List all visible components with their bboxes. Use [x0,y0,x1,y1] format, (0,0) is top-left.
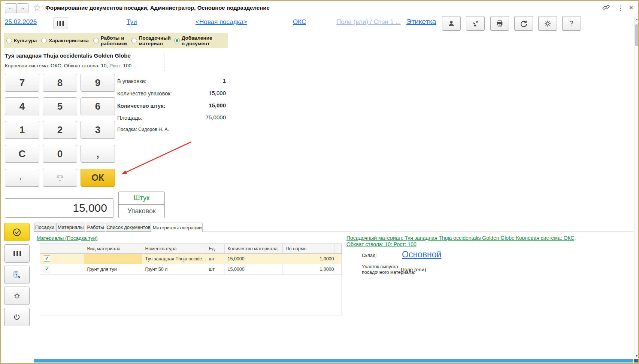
scan-barcode-button[interactable] [4,244,30,263]
key-scale[interactable] [43,169,77,187]
steps-band: Культура Характеристика Работы и работни… [4,33,228,48]
key-1[interactable]: 1 [5,121,39,139]
table-row[interactable]: ✓ Грунт для туи Грунт 50 л шт 15,0000 1,… [40,264,342,275]
gear-icon [13,291,21,300]
table-header-row: Вид материала Номенклатура Ед. Количеств… [40,244,342,254]
scroll-up-icon[interactable]: ▲ [635,18,638,21]
tab-strip-border [34,232,633,232]
key-2[interactable]: 2 [43,121,77,139]
help-icon: ? [570,20,573,27]
help-button[interactable]: ? [562,16,581,31]
close-icon[interactable]: × [629,3,633,12]
unit-packs-button[interactable]: Упаковок [118,204,165,218]
radio-icon [6,38,12,43]
radio-icon [93,38,99,43]
key-0[interactable]: 0 [43,145,77,163]
user-button[interactable] [442,16,461,31]
nav-back-button[interactable]: ← [5,3,17,13]
key-8[interactable]: 8 [43,74,77,92]
key-9[interactable]: 9 [81,74,115,92]
pieces-count-value: 15,000 [162,102,226,108]
tab-materials[interactable]: Материалы [56,223,85,232]
col-quantity[interactable]: Количество материала [224,244,282,254]
refresh-button[interactable] [514,16,533,31]
key-6[interactable]: 6 [81,97,115,115]
planting-worker-note: Посадка: Сидоров Н. А. [117,127,169,132]
planting-material-link[interactable]: Посадочный материал: Туя западная Thuja … [346,235,588,248]
new-planting-link[interactable]: <Новая посадка> [196,18,247,26]
back-icon: ← [8,4,14,11]
product-characteristics: Корневая система: ОКС; Обхват ствола: 10… [5,63,131,68]
ok-button[interactable]: ОК [81,169,115,187]
warehouse-label: Склад: [362,253,377,258]
root-system-link[interactable]: ОКС [293,18,306,26]
culture-link[interactable]: Туи [127,18,137,26]
key-clear[interactable]: C [5,145,39,163]
scroll-down-icon[interactable]: ▼ [635,354,638,358]
print-button[interactable] [490,16,509,31]
radio-icon [41,38,47,43]
step-culture[interactable]: Культура [6,38,37,43]
label-link[interactable]: Этикетка [406,18,436,26]
vertical-scrollbar-thumb[interactable] [635,24,638,46]
step-characteristic[interactable]: Характеристика [41,38,88,43]
row-checkbox[interactable]: ✓ [44,266,50,272]
col-nomenclature[interactable]: Номенклатура [142,244,206,254]
divider [164,53,164,71]
user-icon [448,20,455,27]
barcode-icon [13,251,21,256]
vertical-scrollbar[interactable] [634,16,639,359]
area-value: 75,0000 [162,114,226,120]
key-5[interactable]: 5 [43,97,77,115]
key-3[interactable]: 3 [81,121,115,139]
more-menu-icon[interactable]: ⋮ [617,4,624,12]
date-link[interactable]: 25.02.2026 [5,18,37,26]
backspace-icon: ← [18,173,26,183]
horizontal-scrollbar[interactable] [34,359,633,363]
materials-section-link[interactable]: Материалы (Посадка туи) [37,235,97,241]
step-material[interactable]: Посадочный материал [131,35,172,46]
terminal-button[interactable] [4,266,30,284]
key-4[interactable]: 4 [5,97,39,115]
settings-button[interactable] [538,16,557,31]
step-add-to-document[interactable]: Добавление в документ [174,35,216,46]
unit-pieces-button[interactable]: Штук [118,192,165,205]
tab-document-list[interactable]: Список документов [106,223,151,232]
confirm-button[interactable] [4,223,30,241]
scrollbar-corner [634,359,639,363]
barcode-button[interactable] [54,18,68,29]
red-arrow-annotation [113,136,196,179]
check-circle-icon [12,227,22,237]
key-backspace[interactable]: ← [5,169,39,187]
forward-icon: → [20,4,25,11]
pieces-count-label: Количество штук: [117,103,165,109]
get-link-icon[interactable] [602,3,610,13]
nav-forward-button[interactable]: → [16,3,28,13]
step-works[interactable]: Работы и работники [93,35,129,46]
barcode-icon [57,21,65,26]
warehouse-link[interactable]: Основной [402,250,441,260]
terminal-icon [12,270,21,279]
sidebar-settings-button[interactable] [4,287,30,305]
scale-icon [55,173,64,182]
plant-icon [471,19,479,28]
exit-button[interactable] [4,308,30,326]
key-comma[interactable]: , [81,145,115,163]
quantity-display[interactable]: 15,000 [5,198,113,218]
packs-count-value: 15,000 [162,90,226,96]
plant-button[interactable] [466,16,485,31]
col-kind[interactable]: Вид материала [84,244,142,254]
tab-plantings[interactable]: Посадки [34,223,55,232]
col-unit[interactable]: Ед. [206,244,224,254]
tab-works[interactable]: Работы [86,223,105,232]
row-checkbox[interactable]: ✓ [44,256,50,262]
tab-operation-materials[interactable]: Материалы операции [152,223,203,232]
key-7[interactable]: 7 [5,74,39,92]
materials-table[interactable]: Вид материала Номенклатура Ед. Количеств… [40,244,342,315]
table-row[interactable]: ✓ Туя западная Thuja occide... шт 15,000… [40,254,342,264]
radio-icon [131,38,137,43]
col-per-norm[interactable]: По норме [282,244,334,254]
favorite-star-icon[interactable] [33,4,41,13]
field-link[interactable]: Поле (ели) / Спэн 1 ... [336,18,401,26]
power-icon [13,313,21,321]
